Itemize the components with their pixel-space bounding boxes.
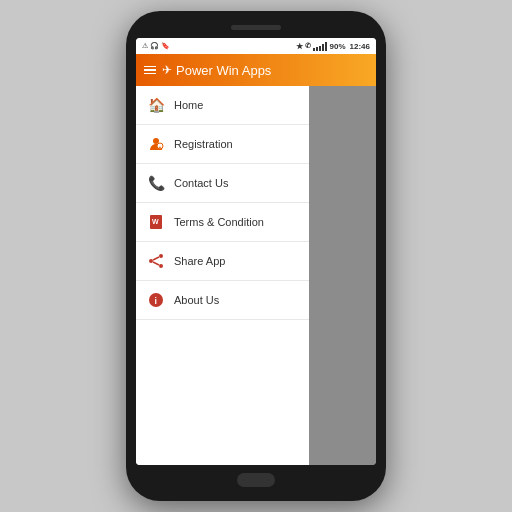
wifi-icon: ✆ (305, 42, 311, 50)
menu-item-contact[interactable]: 📞 Contact Us (136, 164, 309, 203)
menu-label-home: Home (174, 99, 203, 111)
toolbar: ✈ Power Win Apps (136, 54, 376, 86)
status-right-icons: ★ ✆ 90% 12:46 (296, 42, 370, 51)
phone-device: ⚠ 🎧 🔖 ★ ✆ 90% 12:46 (126, 11, 386, 501)
svg-line-8 (153, 257, 159, 260)
contact-icon: 📞 (146, 173, 166, 193)
navigation-drawer: 🏠 Home + Registration 📞 (136, 86, 309, 465)
menu-item-registration[interactable]: + Registration (136, 125, 309, 164)
svg-text:+: + (159, 144, 162, 150)
svg-text:W: W (152, 218, 159, 225)
status-left-icons: ⚠ 🎧 🔖 (142, 42, 170, 50)
menu-item-terms[interactable]: W Terms & Condition (136, 203, 309, 242)
svg-point-7 (159, 264, 163, 268)
menu-item-about[interactable]: i About Us (136, 281, 309, 320)
home-button[interactable] (237, 473, 275, 487)
phone-screen: ⚠ 🎧 🔖 ★ ✆ 90% 12:46 (136, 38, 376, 465)
home-icon: 🏠 (146, 95, 166, 115)
bluetooth-icon: ★ (296, 42, 303, 51)
headset-icon: 🎧 (150, 42, 159, 50)
menu-item-share[interactable]: Share App (136, 242, 309, 281)
menu-label-terms: Terms & Condition (174, 216, 264, 228)
menu-label-contact: Contact Us (174, 177, 228, 189)
svg-line-9 (153, 262, 159, 265)
bookmark-icon: 🔖 (161, 42, 170, 50)
menu-label-share: Share App (174, 255, 225, 267)
menu-label-about: About Us (174, 294, 219, 306)
menu-label-registration: Registration (174, 138, 233, 150)
svg-point-5 (159, 254, 163, 258)
toolbar-title: Power Win Apps (176, 63, 271, 78)
registration-icon: + (146, 134, 166, 154)
phone-speaker (231, 25, 281, 30)
share-icon (146, 251, 166, 271)
terms-icon: W (146, 212, 166, 232)
warning-icon: ⚠ (142, 42, 148, 50)
signal-bars (313, 42, 327, 51)
drawer-scrim[interactable] (309, 86, 376, 465)
battery-percent: 90% (330, 42, 346, 51)
svg-text:i: i (155, 296, 158, 306)
drawer-overlay: 🏠 Home + Registration 📞 (136, 86, 376, 465)
clock: 12:46 (350, 42, 370, 51)
menu-item-home[interactable]: 🏠 Home (136, 86, 309, 125)
app-logo-icon: ✈ (162, 63, 172, 77)
svg-point-6 (149, 259, 153, 263)
about-icon: i (146, 290, 166, 310)
status-bar: ⚠ 🎧 🔖 ★ ✆ 90% 12:46 (136, 38, 376, 54)
hamburger-button[interactable] (144, 66, 156, 75)
